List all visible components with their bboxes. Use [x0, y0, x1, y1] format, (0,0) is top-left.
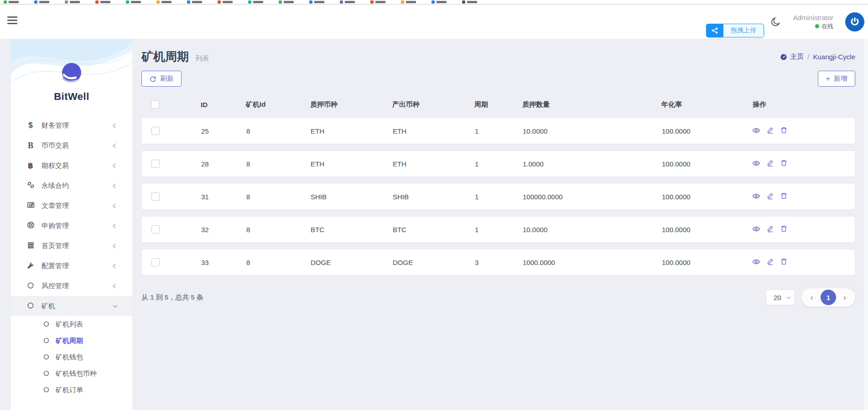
view-button[interactable] — [752, 127, 760, 135]
bookmark-favicon — [279, 0, 282, 4]
next-page-button[interactable]: › — [840, 292, 850, 302]
column-header: 产出币种 — [383, 100, 465, 109]
table-cell: ETH — [301, 127, 384, 135]
table-cell: ETH — [384, 160, 466, 168]
view-button[interactable] — [752, 225, 760, 234]
table-row: 338DOGEDOGE31000.0000100.0000 — [141, 249, 855, 275]
view-button[interactable] — [752, 160, 760, 168]
refresh-button[interactable]: 刷新 — [141, 71, 182, 87]
sidebar: BitWell $财务管理B币币交易฿期权交易永续合约文章管理申购管理首页管理配… — [11, 39, 132, 410]
table-cell: 3 — [466, 259, 514, 266]
baht-icon: ฿ — [28, 161, 33, 171]
user-avatar[interactable] — [845, 12, 864, 31]
delete-button[interactable] — [780, 258, 788, 266]
table-body: 258ETHETH110.0000100.0000288ETHETH11.000… — [141, 118, 855, 275]
edit-icon — [766, 225, 774, 234]
bookmark-item[interactable] — [187, 0, 202, 4]
delete-button[interactable] — [780, 192, 788, 201]
sidebar-item-label: 配置管理 — [42, 262, 69, 270]
column-header: ID — [192, 101, 237, 109]
sidebar-item-miner-cycle[interactable]: 矿机周期 — [11, 332, 132, 349]
bookmark-item[interactable] — [4, 0, 19, 4]
row-checkbox[interactable] — [151, 258, 160, 266]
select-all-checkbox[interactable] — [151, 100, 159, 109]
sidebar-item-label: 矿机列表 — [56, 320, 83, 329]
sidebar-item-miner-wallet-coin[interactable]: 矿机钱包币种 — [11, 365, 132, 382]
prev-page-button[interactable]: ‹ — [807, 292, 817, 302]
bookmark-item[interactable] — [248, 0, 263, 4]
bookmark-item[interactable] — [279, 0, 294, 4]
edit-button[interactable] — [766, 258, 774, 266]
menu-toggle-button[interactable] — [7, 16, 17, 25]
bookmark-item[interactable] — [370, 0, 385, 4]
breadcrumb-home-link[interactable]: 主页 — [780, 52, 804, 61]
bookmark-label — [100, 1, 110, 3]
bookmark-item[interactable] — [126, 0, 141, 4]
row-checkbox[interactable] — [151, 192, 160, 201]
pagination: ‹ 1 › — [801, 288, 855, 306]
breadcrumb-separator: / — [807, 53, 809, 61]
sidebar-item-subscription[interactable]: 申购管理 — [11, 216, 132, 236]
sidebar-item-perpetual[interactable]: 永续合约 — [11, 176, 132, 196]
chevron-left-icon — [113, 143, 118, 148]
lifering-icon — [27, 221, 35, 230]
sidebar-item-miner-orders[interactable]: 矿机订单 — [11, 382, 132, 398]
bookmark-item[interactable] — [65, 0, 80, 4]
bookmark-item[interactable] — [156, 0, 172, 4]
page-size-select[interactable]: 20 — [766, 290, 795, 305]
row-actions — [744, 225, 855, 234]
delete-button[interactable] — [780, 225, 788, 234]
sidebar-item-homepage[interactable]: 首页管理 — [11, 236, 132, 256]
bookmark-item[interactable] — [462, 0, 477, 4]
user-meta[interactable]: Administrator 在线 — [793, 13, 833, 31]
sidebar-item-label: 文章管理 — [42, 202, 69, 210]
edit-button[interactable] — [766, 225, 774, 234]
column-header: 操作 — [743, 100, 855, 109]
drag-upload-button[interactable]: 拖拽上传 — [706, 24, 764, 37]
table-cell: 1 — [466, 127, 514, 135]
trash-icon — [780, 192, 788, 201]
sidebar-item-risk[interactable]: 风控管理 — [11, 276, 132, 296]
table-cell: 100.0000 — [653, 226, 744, 234]
dark-mode-toggle[interactable] — [770, 16, 781, 27]
chevron-down-icon — [113, 303, 118, 308]
row-checkbox[interactable] — [151, 127, 160, 135]
user-name: Administrator — [793, 13, 833, 22]
bookmark-label — [345, 1, 355, 3]
view-button[interactable] — [752, 258, 760, 266]
edit-button[interactable] — [766, 160, 774, 168]
sidebar-item-finance[interactable]: $财务管理 — [11, 115, 132, 135]
bookmark-favicon — [65, 0, 68, 4]
sidebar-item-options-trade[interactable]: ฿期权交易 — [11, 156, 132, 176]
current-page-button[interactable]: 1 — [821, 290, 836, 305]
scrollbar-track[interactable] — [864, 39, 868, 410]
bookmark-item[interactable] — [309, 0, 324, 4]
view-button[interactable] — [752, 192, 760, 201]
bookmark-item[interactable] — [218, 0, 233, 4]
sidebar-item-miner-wallet[interactable]: 矿机钱包 — [11, 349, 132, 365]
delete-button[interactable] — [780, 160, 788, 168]
edit-button[interactable] — [766, 127, 774, 135]
sidebar-item-miner[interactable]: 矿机 — [11, 296, 132, 316]
add-button[interactable]: + 新增 — [818, 71, 855, 87]
row-checkbox[interactable] — [151, 160, 160, 168]
bookmark-item[interactable] — [340, 0, 355, 4]
bookmark-item[interactable] — [34, 0, 49, 4]
bookmark-item[interactable] — [95, 0, 110, 4]
sidebar-item-spot-trade[interactable]: B币币交易 — [11, 135, 132, 156]
table-row: 328BTCBTC110.0000100.0000 — [141, 216, 855, 243]
bookmark-item[interactable] — [431, 0, 447, 4]
sidebar-item-miner-list[interactable]: 矿机列表 — [11, 316, 132, 332]
browser-bookmarks-bar[interactable] — [0, 0, 868, 5]
table-cell: 100.0000 — [653, 193, 744, 201]
row-checkbox[interactable] — [151, 225, 160, 234]
bookmark-item[interactable] — [401, 0, 416, 4]
sidebar-item-config[interactable]: 配置管理 — [11, 256, 132, 276]
sidebar-item-label: 申购管理 — [42, 222, 69, 230]
edit-button[interactable] — [766, 192, 774, 201]
bookmark-label — [223, 1, 233, 3]
bookmark-favicon — [156, 0, 160, 4]
table-cell: 8 — [237, 127, 301, 135]
sidebar-item-articles[interactable]: 文章管理 — [11, 196, 132, 216]
delete-button[interactable] — [780, 127, 788, 135]
